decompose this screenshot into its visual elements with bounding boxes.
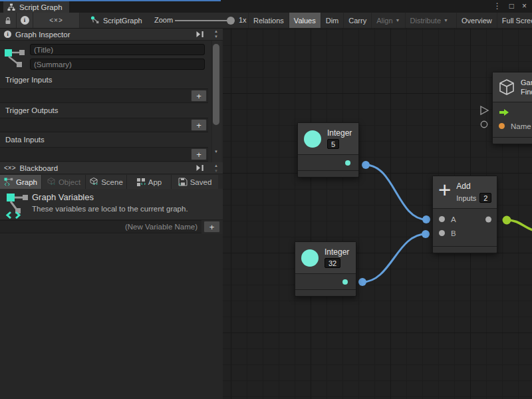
values-button[interactable]: Values: [289, 13, 321, 28]
tab-scene-label: Scene: [101, 178, 123, 186]
add-data-input-button[interactable]: +: [191, 148, 207, 160]
integer-value-field[interactable]: 5: [327, 139, 339, 149]
trigger-outputs-list: +: [0, 118, 208, 132]
distribute-dropdown[interactable]: Distribute ▼: [405, 13, 453, 28]
dock-panel-icon[interactable]: [196, 31, 204, 38]
tab-app-label: App: [148, 178, 162, 186]
input-port-a[interactable]: [439, 216, 445, 222]
new-variable-input[interactable]: [0, 221, 201, 233]
add-output-port[interactable]: [485, 216, 491, 222]
hierarchy-icon: [7, 3, 15, 11]
trigger-arrow-icon[interactable]: [499, 108, 509, 116]
name-port-row: Name: [493, 119, 532, 133]
tab-app[interactable]: App: [127, 175, 172, 189]
info-toggle-button[interactable]: i: [17, 13, 33, 28]
window-close-icon[interactable]: ×: [522, 0, 527, 13]
integer-output-port[interactable]: [342, 279, 348, 285]
zoom-slider-track[interactable]: [175, 20, 231, 21]
summary-input[interactable]: [30, 59, 205, 70]
integer-value-field[interactable]: 32: [325, 258, 340, 268]
node-title: Integer: [325, 247, 349, 257]
unconnected-trigger-port-icon[interactable]: [481, 106, 488, 114]
gameobject-find-node[interactable]: Game Object Find Name: [492, 72, 532, 144]
tab-object[interactable]: Object: [42, 175, 86, 189]
integer-output-port[interactable]: [345, 160, 350, 166]
graph-toolbar: i <×> ScriptGraph Zoom 1x Relations Valu…: [0, 13, 532, 29]
node-body: [298, 155, 358, 170]
side-panel: i Graph Inspector ▲ ▼ Trigger Inputs + T…: [0, 29, 223, 399]
tab-scene[interactable]: Scene: [86, 175, 127, 189]
data-inputs-list: +: [0, 147, 208, 162]
scroll-down-icon[interactable]: ▼: [211, 35, 221, 39]
add-trigger-input-button[interactable]: +: [191, 90, 207, 102]
carry-button[interactable]: Carry: [343, 13, 371, 28]
port-row-a: A: [433, 212, 497, 226]
wire-endpoint[interactable]: [503, 216, 511, 225]
blackboard-title: Blackboard: [20, 164, 59, 172]
port-b-label: B: [451, 229, 456, 237]
node-body: [295, 274, 356, 289]
wire-integer5-to-add-a[interactable]: [366, 165, 426, 219]
wire-endpoint[interactable]: [358, 278, 366, 286]
node-footer: [298, 170, 358, 177]
code-view-button[interactable]: <×>: [33, 13, 80, 28]
node-footer: [295, 289, 356, 296]
node-title: Add: [456, 182, 491, 191]
tab-script-graph[interactable]: Script Graph: [3, 1, 69, 13]
align-label: Align: [376, 17, 392, 25]
align-dropdown[interactable]: Align ▼: [371, 13, 404, 28]
zoom-slider-knob[interactable]: [227, 17, 235, 25]
input-port-b[interactable]: [439, 230, 445, 236]
unconnected-data-port-icon[interactable]: [481, 121, 487, 127]
values-label: Values: [294, 17, 316, 25]
trigger-outputs-label: Trigger Outputs: [5, 106, 58, 114]
script-graph-icon: [90, 16, 99, 25]
tab-saved-label: Saved: [190, 178, 212, 186]
inspector-scrollbar-thumb[interactable]: [213, 44, 219, 125]
wire-endpoint[interactable]: [362, 161, 370, 169]
wire-endpoint[interactable]: [422, 230, 430, 238]
zoom-label: Zoom: [154, 16, 173, 24]
window-maximize-icon[interactable]: □: [509, 0, 514, 13]
graph-breadcrumb[interactable]: ScriptGraph: [90, 13, 142, 28]
scene-icon: [89, 178, 98, 186]
wire-endpoint[interactable]: [422, 215, 430, 223]
dock-panel-icon[interactable]: [196, 164, 204, 172]
trigger-port-row: [493, 105, 532, 119]
add-trigger-output-button[interactable]: +: [191, 119, 207, 131]
graph-variables-heading: Graph Variables: [32, 192, 94, 202]
distribute-label: Distribute: [410, 17, 441, 25]
window-controls: ⋮ □ ×: [493, 0, 527, 13]
add-node[interactable]: + Add Inputs 2 A B: [432, 176, 497, 253]
integer-type-icon: [304, 130, 321, 148]
new-variable-row: [0, 220, 201, 233]
scroll-up-icon[interactable]: ▲: [211, 29, 221, 33]
data-inputs-label: Data Inputs: [5, 136, 45, 144]
integer-node-5[interactable]: Integer 5: [297, 122, 359, 178]
name-input-port[interactable]: [499, 123, 505, 129]
wire-integer32-to-add-b[interactable]: [362, 234, 426, 282]
scroll-up-icon[interactable]: ▲: [211, 164, 221, 168]
add-variable-button[interactable]: +: [203, 221, 220, 233]
node-title: Integer: [327, 128, 352, 138]
lock-button[interactable]: [0, 13, 17, 28]
dim-button[interactable]: Dim: [321, 13, 344, 28]
inputs-count-field[interactable]: 2: [479, 193, 491, 203]
title-input[interactable]: [30, 44, 205, 55]
scroll-down-icon[interactable]: ▼: [211, 169, 221, 173]
plus-icon: +: [438, 181, 451, 200]
name-port-label: Name: [511, 122, 531, 130]
window-menu-icon[interactable]: ⋮: [493, 0, 501, 13]
full-screen-button[interactable]: Full Screen: [497, 13, 532, 28]
app-grid-icon: [136, 178, 146, 186]
overview-button[interactable]: Overview: [456, 13, 497, 28]
tab-title: Script Graph: [19, 3, 63, 11]
inputs-label: Inputs: [456, 194, 476, 202]
scroll-down-icon[interactable]: ▼: [211, 150, 221, 154]
full-screen-label: Full Screen: [502, 17, 532, 25]
relations-button[interactable]: Relations: [248, 13, 289, 28]
integer-node-32[interactable]: Integer 32: [295, 241, 356, 297]
graph-canvas[interactable]: Integer 5 Integer 32 + Add: [223, 29, 532, 399]
tab-graph[interactable]: Graph: [0, 175, 42, 189]
tab-saved[interactable]: Saved: [172, 175, 218, 189]
